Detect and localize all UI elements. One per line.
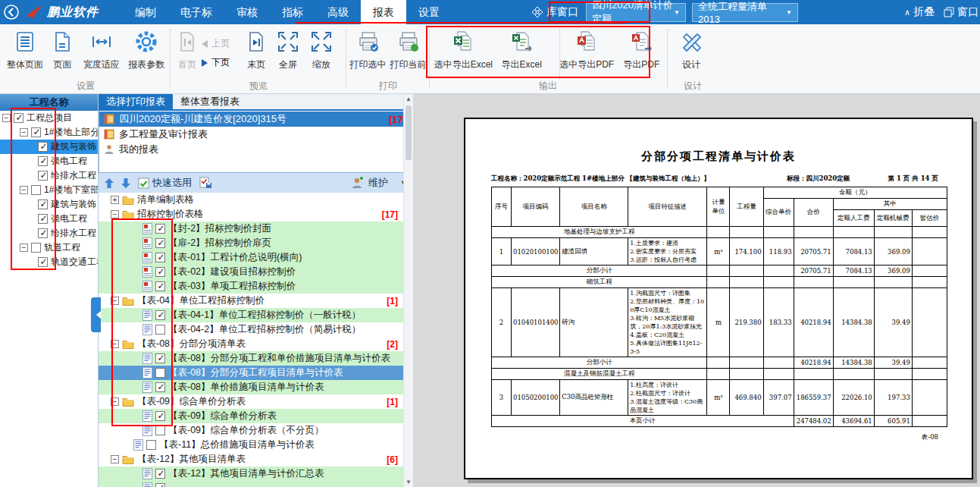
scrollbar-thumb[interactable]	[405, 105, 412, 160]
project-tree-item[interactable]: 强电工程	[0, 154, 98, 168]
report-tree-folder[interactable]: +清单编制表格	[99, 193, 413, 207]
whole-page-button[interactable]: 整体页面	[3, 28, 46, 71]
collapse-button[interactable]: ∧ 折叠	[904, 5, 935, 19]
report-tree-item[interactable]: 【表-12】其他项目清单与计价汇总表	[99, 467, 413, 481]
report-checkbox[interactable]	[155, 469, 165, 479]
expander-icon[interactable]: −	[111, 397, 119, 406]
report-tree-folder[interactable]: −【表-08】分部分项清单表[2]	[99, 337, 413, 351]
design-button[interactable]: 设计	[670, 28, 712, 71]
report-tree-item[interactable]: 【封-2】招标控制价封面	[99, 222, 413, 236]
save-selection-button[interactable]	[199, 177, 212, 189]
project-tree-item[interactable]: −轨道工程	[0, 240, 98, 255]
report-tree-item[interactable]: 【表-08】分部分项工程项目清单与计价表	[99, 366, 413, 380]
report-tree-item[interactable]: 【表-09】综合单价分析表	[99, 409, 413, 423]
scroll-down-icon[interactable]: ▼	[404, 477, 413, 487]
report-checkbox[interactable]	[155, 281, 165, 291]
report-checkbox[interactable]	[155, 238, 165, 248]
expander-icon[interactable]: +	[111, 196, 119, 204]
project-checkbox[interactable]	[38, 228, 48, 238]
report-tree-item[interactable]: 【表-09】综合单价分析表（不分页）	[99, 423, 413, 438]
report-tree-item[interactable]: 【表-08】单价措施项目清单与计价表	[99, 380, 413, 394]
project-tree-item[interactable]: −工程总项目	[0, 111, 98, 125]
back-button[interactable]	[0, 4, 23, 20]
expander-icon[interactable]: −	[111, 210, 119, 218]
window-button[interactable]: 窗口	[944, 5, 978, 19]
project-tree-item[interactable]: 建筑与装饰	[0, 140, 98, 154]
project-tree-item[interactable]: 轨道交通工程	[0, 255, 98, 269]
project-checkbox[interactable]	[38, 156, 48, 166]
export-excel-button[interactable]: 导出Excel	[496, 28, 548, 71]
project-checkbox[interactable]	[31, 127, 41, 137]
move-up-button[interactable]	[105, 178, 114, 188]
maintain-button[interactable]: 维护	[368, 176, 388, 190]
report-tree-item[interactable]	[99, 481, 413, 487]
project-checkbox[interactable]	[31, 185, 41, 195]
expander-icon[interactable]: −	[2, 114, 11, 122]
report-tree-item[interactable]: 【表-04-1】单位工程招标控制价（一般计税）	[99, 308, 413, 322]
project-tree-item[interactable]: 给排水工程	[0, 226, 98, 240]
next-page-button[interactable]: 下页	[202, 56, 241, 69]
quota-dropdown[interactable]: 四川2020清单计价定额 ▼	[586, 3, 686, 22]
report-checkbox[interactable]	[155, 325, 165, 335]
menu-item-advanced[interactable]: 高级	[315, 0, 361, 24]
menu-item-ebid[interactable]: 电子标	[168, 0, 224, 24]
report-tree-folder[interactable]: −招标控制价表格[17]	[99, 207, 413, 222]
project-checkbox[interactable]	[38, 214, 48, 224]
report-checkbox[interactable]	[155, 224, 165, 234]
list-standard-dropdown[interactable]: 全统工程量清单2013 ▼	[692, 3, 798, 22]
report-tree-item[interactable]: 【扉-2】招标控制价扉页	[99, 236, 413, 250]
first-page-button[interactable]: 首页	[173, 28, 202, 71]
expander-icon[interactable]: −	[20, 186, 28, 194]
expander-icon[interactable]: −	[111, 455, 119, 463]
report-checkbox[interactable]	[155, 310, 165, 320]
project-checkbox[interactable]	[31, 243, 41, 253]
print-current-button[interactable]: 打印当前	[388, 28, 428, 71]
tab-select-print-report[interactable]: 选择打印报表	[99, 94, 173, 109]
menu-item-compile[interactable]: 编制	[123, 0, 168, 24]
report-checkbox[interactable]	[155, 267, 165, 277]
project-checkbox[interactable]	[38, 257, 48, 267]
page-button[interactable]: 页面	[46, 28, 78, 71]
report-source-item[interactable]: 我的报表	[99, 142, 412, 157]
library-window-button[interactable]: 库窗口	[531, 5, 578, 19]
project-checkbox[interactable]	[38, 200, 48, 209]
report-checkbox[interactable]	[155, 368, 165, 378]
export-selected-excel-button[interactable]: 选中导出Excel	[431, 28, 496, 71]
menu-item-settings[interactable]: 设置	[406, 0, 452, 24]
report-tree-item[interactable]: 【表-11】总价措施项目清单与计价表	[99, 438, 413, 452]
last-page-button[interactable]: 末页	[241, 28, 271, 71]
project-tree-item[interactable]: 强电工程	[0, 212, 98, 226]
report-tree-item[interactable]: 【表-02】建设项目招标控制价	[99, 265, 413, 279]
quick-select-button[interactable]: 快速选用	[138, 176, 192, 190]
project-tree-item[interactable]: 给排水工程	[0, 168, 98, 183]
report-checkbox[interactable]	[155, 382, 165, 392]
project-tree-item[interactable]: −1#楼地上部分	[0, 125, 98, 140]
report-tree-scrollbar[interactable]: ▲ ▼	[403, 94, 413, 487]
menu-item-report[interactable]: 报表	[361, 0, 406, 24]
expander-icon[interactable]: −	[20, 128, 28, 137]
expander-icon[interactable]: −	[111, 297, 119, 305]
move-down-button[interactable]	[121, 178, 130, 188]
report-checkbox[interactable]	[155, 483, 165, 487]
panel-collapse-handle[interactable]	[91, 297, 101, 332]
fit-width-button[interactable]: 宽度适应	[78, 28, 124, 71]
scroll-up-icon[interactable]: ▲	[404, 94, 413, 104]
zoom-button[interactable]: 缩放	[305, 28, 338, 71]
print-selected-button[interactable]: 打印选中	[348, 28, 388, 71]
report-tree-folder[interactable]: −【表-04】单位工程招标控制价[1]	[99, 294, 413, 308]
menu-item-audit[interactable]: 审核	[224, 0, 270, 24]
report-tree-item[interactable]: 【表-04-2】单位工程招标控制价（简易计税）	[99, 322, 413, 337]
tab-view-whole-report[interactable]: 整体查看报表	[173, 94, 247, 109]
project-tree-item[interactable]: −1#楼地下室部分	[0, 183, 98, 197]
report-checkbox[interactable]	[155, 426, 165, 435]
prev-page-button[interactable]: 上页	[202, 37, 241, 50]
export-pdf-button[interactable]: 导出PDF	[618, 28, 665, 71]
report-tree-folder[interactable]: −【表-12】其他项目清单表[6]	[99, 452, 413, 467]
project-tree-item[interactable]: 建筑与装饰	[0, 197, 98, 212]
report-params-button[interactable]: 报表参数	[125, 28, 168, 71]
project-checkbox[interactable]	[38, 171, 48, 181]
project-checkbox[interactable]	[38, 142, 48, 152]
menu-item-index[interactable]: 指标	[270, 0, 315, 24]
export-selected-pdf-button[interactable]: 选中导出PDF	[556, 28, 618, 71]
report-tree-item[interactable]: 【表-08】分部分项工程和单价措施项目清单与计价表	[99, 351, 413, 366]
